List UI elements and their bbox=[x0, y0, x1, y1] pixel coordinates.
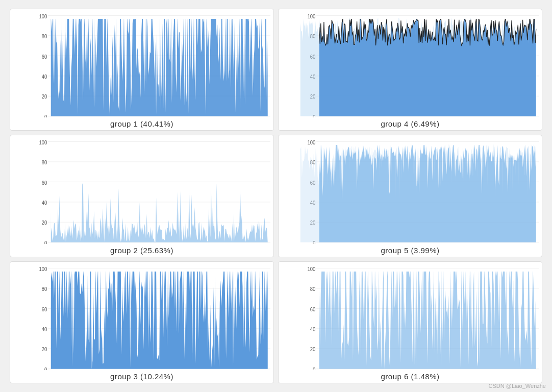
chart-cell-group6: 0 20 40 60 80 100 group 6 (1.48%) bbox=[278, 261, 542, 383]
svg-text:40: 40 bbox=[42, 73, 47, 80]
svg-text:100: 100 bbox=[39, 139, 47, 145]
svg-text:20: 20 bbox=[42, 93, 47, 100]
svg-text:60: 60 bbox=[310, 305, 316, 312]
svg-text:40: 40 bbox=[310, 326, 316, 332]
chart-cell-group2: 0 20 40 60 80 100 group 2 (25.63%) bbox=[10, 135, 274, 257]
svg-text:80: 80 bbox=[42, 159, 47, 165]
svg-text:40: 40 bbox=[42, 326, 47, 332]
svg-text:100: 100 bbox=[307, 13, 315, 19]
chart-label-group6: group 6 (1.48%) bbox=[381, 372, 439, 381]
svg-text:60: 60 bbox=[42, 305, 47, 312]
chart-cell-group3: 0 20 40 60 80 100 group 3 (10.24%) bbox=[10, 261, 274, 383]
svg-text:80: 80 bbox=[42, 285, 47, 292]
chart-area-group4: 0 20 40 60 80 100 bbox=[282, 12, 539, 117]
svg-text:20: 20 bbox=[42, 219, 47, 226]
svg-text:80: 80 bbox=[42, 33, 47, 39]
svg-text:100: 100 bbox=[307, 265, 315, 272]
svg-text:20: 20 bbox=[310, 346, 316, 352]
svg-text:80: 80 bbox=[310, 285, 316, 292]
svg-text:100: 100 bbox=[39, 265, 47, 272]
chart-label-group3: group 3 (10.24%) bbox=[110, 372, 173, 381]
svg-text:0: 0 bbox=[44, 239, 47, 243]
chart-cell-group4: 0 20 40 60 80 100 group 4 (6.49%) bbox=[278, 9, 542, 131]
svg-text:0: 0 bbox=[44, 366, 47, 370]
chart-label-group2: group 2 (25.63%) bbox=[110, 246, 173, 255]
chart-area-group2: 0 20 40 60 80 100 bbox=[13, 138, 270, 243]
svg-text:0: 0 bbox=[44, 113, 47, 117]
svg-text:0: 0 bbox=[313, 366, 315, 370]
svg-text:40: 40 bbox=[42, 199, 47, 206]
chart-cell-group1: 0 20 40 60 80 100 group 1 (40.41%) bbox=[10, 9, 274, 131]
chart-area-group3: 0 20 40 60 80 100 bbox=[13, 265, 270, 370]
svg-text:20: 20 bbox=[42, 346, 47, 352]
chart-area-group5: 0 20 40 60 80 100 bbox=[282, 138, 539, 243]
chart-label-group4: group 4 (6.49%) bbox=[381, 119, 439, 128]
chart-area-group1: 0 20 40 60 80 100 bbox=[13, 12, 270, 117]
svg-text:100: 100 bbox=[39, 13, 47, 19]
watermark: CSDN @Liao_Wenzhe bbox=[489, 383, 546, 389]
chart-label-group5: group 5 (3.99%) bbox=[381, 246, 439, 255]
chart-label-group1: group 1 (40.41%) bbox=[110, 119, 173, 128]
chart-area-group6: 0 20 40 60 80 100 bbox=[282, 265, 539, 370]
svg-text:60: 60 bbox=[42, 53, 47, 60]
chart-grid: 0 20 40 60 80 100 group 1 (40.41%) bbox=[6, 5, 546, 387]
svg-text:60: 60 bbox=[42, 179, 47, 186]
chart-cell-group5: 0 20 40 60 80 100 group 5 (3.99%) bbox=[278, 135, 542, 257]
svg-text:100: 100 bbox=[307, 139, 315, 145]
